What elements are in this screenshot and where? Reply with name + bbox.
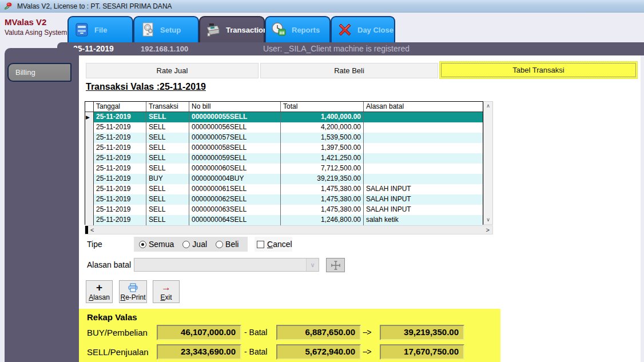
session-date: 25-11-2019 — [73, 44, 114, 53]
exit-button[interactable]: → Exit — [153, 280, 180, 303]
sell-arrow: --> — [363, 344, 371, 360]
cell-no-bill: 0000000058SELL — [189, 143, 281, 153]
main-panel: Rate Jual Rate Beli Tabel Transaksi Tran… — [79, 55, 641, 362]
cell-tanggal: 25-11-2019 — [94, 112, 146, 122]
tab-reports[interactable]: Reports — [265, 16, 331, 42]
buy-net-value: 39,219,350.00 — [380, 325, 464, 340]
table-row[interactable]: 25-11-2019 SELL 0000000060SELL 7,712,500… — [85, 164, 483, 174]
row-marker — [85, 215, 94, 225]
cell-no-bill: 0000000064SELL — [189, 215, 281, 225]
add-alasan-button[interactable] — [326, 258, 345, 272]
brand-subtitle: Valuta Asing System — [5, 29, 67, 37]
tab-rate-jual[interactable]: Rate Jual — [86, 63, 259, 78]
radio-beli-circle[interactable] — [216, 241, 223, 248]
col-no-bill: No bill — [189, 102, 281, 112]
table-horizontal-scrollbar[interactable]: < > — [85, 225, 493, 234]
alasan-button-label: Alasan — [89, 293, 110, 301]
table-vertical-scrollbar[interactable]: ∧ ∨ — [483, 101, 493, 225]
scroll-up-icon[interactable]: ∧ — [484, 102, 492, 110]
buy-label: BUY/Pembelian — [87, 325, 148, 340]
tabel-transaksi-label: Tabel Transaksi — [512, 66, 564, 74]
table-row[interactable]: 25-11-2019 SELL 0000000064SELL 1,246,800… — [85, 215, 483, 225]
cell-no-bill: 0000000062SELL — [189, 194, 281, 205]
radio-jual-circle[interactable] — [182, 241, 190, 248]
cell-no-bill: 0000000061SELL — [189, 184, 281, 194]
cell-tanggal: 25-11-2019 — [94, 184, 146, 194]
cell-total: 1,246,800.00 — [281, 215, 364, 225]
tab-tabel-transaksi[interactable]: Tabel Transaksi — [439, 61, 638, 79]
buy-batal-label: - Batal — [244, 325, 267, 340]
scrollbar-thumb[interactable] — [85, 226, 88, 234]
sell-batal-label: - Batal — [244, 344, 267, 360]
radio-jual[interactable]: Jual — [182, 240, 207, 249]
cell-alasan-batal — [364, 174, 483, 184]
rose-app-icon — [3, 2, 13, 10]
cell-transaksi: SELL — [146, 205, 189, 215]
alasan-button[interactable]: + Alasan — [86, 280, 113, 303]
cell-total: 4,200,000.00 — [281, 122, 364, 133]
buy-gross-value: 46,107,000.00 — [157, 325, 241, 340]
table-row[interactable]: 25-11-2019 SELL 0000000063SELL 1,475,380… — [85, 205, 483, 215]
table-row[interactable]: ▶ 25-11-2019 SELL 0000000055SELL 1,400,0… — [85, 112, 483, 122]
dayclose-x-icon — [336, 21, 354, 39]
tab-transaction[interactable]: Transaction — [199, 16, 265, 42]
rekap-valas-panel: Rekap Valas BUY/Pembelian 46,107,000.00 … — [79, 309, 500, 362]
tab-rate-beli[interactable]: Rate Beli — [260, 63, 438, 78]
table-row[interactable]: 25-11-2019 BUY 0000000004BUY 39,219,350.… — [85, 174, 483, 184]
cell-transaksi: SELL — [146, 133, 189, 143]
tab-file[interactable]: File — [67, 16, 133, 42]
table-row[interactable]: 25-11-2019 SELL 0000000062SELL 1,475,380… — [85, 194, 483, 205]
cell-no-bill: 0000000060SELL — [189, 164, 281, 174]
rate-beli-label: Rate Beli — [334, 66, 364, 75]
radio-semua[interactable]: Semua — [139, 240, 174, 249]
tab-setup[interactable]: 30 Setup — [133, 16, 199, 42]
cell-tanggal: 25-11-2019 — [94, 174, 146, 184]
cell-alasan-batal — [364, 164, 483, 174]
cell-total: 1,475,380.00 — [281, 205, 364, 215]
server-ip: 192.168.1.100 — [141, 45, 188, 53]
table-row[interactable]: 25-11-2019 SELL 0000000056SELL 4,200,000… — [85, 122, 483, 133]
transactions-table: Tanggal Transaksi No bill Total Alasan b… — [85, 101, 483, 225]
radio-semua-circle[interactable] — [139, 241, 146, 248]
cancel-checkbox[interactable] — [257, 241, 264, 248]
alasan-batal-dropdown[interactable]: ∨ — [134, 258, 319, 272]
page-title: Transaksi Valas :25-11-2019 — [86, 82, 206, 92]
scroll-down-icon[interactable]: ∨ — [484, 216, 492, 224]
cell-alasan-batal: SALAH INPUT — [364, 205, 483, 215]
radio-beli[interactable]: Beli — [216, 240, 238, 249]
cell-total: 1,475,380.00 — [281, 184, 364, 194]
tab-day-close[interactable]: Day Close — [331, 16, 395, 42]
cell-total: 1,539,500.00 — [281, 133, 364, 143]
table-row[interactable]: 25-11-2019 SELL 0000000061SELL 1,475,380… — [85, 184, 483, 194]
cell-alasan-batal: salah ketik — [364, 215, 483, 225]
transaction-icon — [204, 21, 222, 39]
svg-text:30: 30 — [146, 33, 149, 35]
reprint-button-label: Re-Print — [120, 293, 145, 301]
cell-no-bill: 0000000063SELL — [189, 205, 281, 215]
scroll-left-icon[interactable]: < — [90, 226, 94, 234]
cell-alasan-batal — [364, 122, 483, 133]
window-title: MValas V2, License to : PT. SESARI PRIMA… — [17, 2, 172, 10]
table-row[interactable]: 25-11-2019 SELL 0000000059SELL 1,421,250… — [85, 153, 483, 164]
sidebar-item-billing[interactable]: Billing — [7, 63, 71, 82]
app-window: MValas V2, License to : PT. SESARI PRIMA… — [0, 0, 644, 362]
cell-alasan-batal: SALAH INPUT — [364, 194, 483, 205]
cancel-checkbox-group[interactable]: Cancel — [255, 237, 292, 252]
printer-icon — [128, 283, 138, 293]
reprint-button[interactable]: Re-Print — [119, 280, 147, 303]
table-row[interactable]: 25-11-2019 SELL 0000000058SELL 1,397,500… — [85, 143, 483, 153]
cell-total: 39,219,350.00 — [281, 174, 364, 184]
scroll-right-icon[interactable]: > — [486, 226, 490, 234]
reports-icon — [270, 21, 288, 39]
tab-file-label: File — [94, 26, 107, 34]
plus-icon: + — [96, 283, 102, 293]
cell-tanggal: 25-11-2019 — [94, 164, 146, 174]
table-row[interactable]: 25-11-2019 SELL 0000000057SELL 1,539,500… — [85, 133, 483, 143]
chevron-down-icon[interactable]: ∨ — [306, 258, 319, 271]
col-transaksi: Transaksi — [146, 102, 189, 112]
row-marker — [85, 122, 94, 133]
cell-alasan-batal — [364, 112, 483, 122]
billing-label: Billing — [15, 68, 35, 77]
row-marker — [85, 184, 94, 194]
brand-block: MValas V2 Valuta Asing System — [5, 17, 67, 37]
